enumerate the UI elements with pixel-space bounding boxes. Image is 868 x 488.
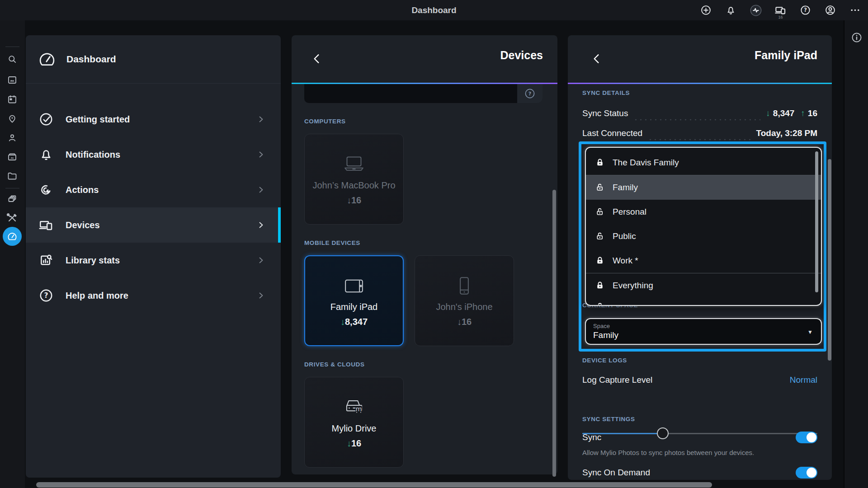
down-arrow-icon: ↓ xyxy=(347,195,351,206)
sync-toggle-row: Sync xyxy=(582,429,817,446)
rail-tools-button[interactable] xyxy=(7,212,18,223)
chevron-right-icon xyxy=(255,255,266,266)
dropdown-option-label: Work * xyxy=(613,256,638,266)
dropdown-option-label: Public xyxy=(613,231,636,241)
lock-open-icon xyxy=(595,231,605,241)
svg-text:?: ? xyxy=(528,90,532,97)
topbar-icons: 16 ? xyxy=(697,0,864,20)
log-capture-level-value: Normal xyxy=(790,375,817,385)
phone-icon xyxy=(450,275,478,297)
device-card-name: John’s MacBook Pro xyxy=(312,180,395,191)
section-label-sync-details: SYNC DETAILS xyxy=(582,89,630,96)
log-capture-level-row: Log Capture Level Normal xyxy=(582,372,817,388)
header-gradient-line xyxy=(568,83,832,84)
dropdown-option-public[interactable]: Public xyxy=(586,224,821,249)
dropdown-option-the-davis-family[interactable]: The Davis Family xyxy=(586,150,821,175)
device-card-family-ipad[interactable]: Family iPad ↓8,347 xyxy=(304,255,404,346)
devices-button[interactable]: 16 xyxy=(771,0,790,20)
more-button[interactable] xyxy=(846,0,864,20)
account-button[interactable] xyxy=(821,0,840,20)
menu-label: Help and more xyxy=(66,291,244,301)
detail-panel-scrollbar[interactable] xyxy=(828,159,831,361)
right-edge-strip xyxy=(844,20,868,488)
device-card-count: ↓16 xyxy=(347,438,361,449)
help-button[interactable]: ? xyxy=(796,0,815,20)
rail-albums-button[interactable] xyxy=(7,151,18,162)
menu-item-help-and-more[interactable]: ? Help and more xyxy=(26,278,281,313)
dashboard-icon xyxy=(7,231,17,241)
section-label-computers: COMPUTERS xyxy=(304,118,346,125)
device-detail-panel: Family iPad SYNC DETAILS Sync Status ↓ 8… xyxy=(568,35,832,480)
rail-search-button[interactable] xyxy=(7,54,18,65)
help-icon: ? xyxy=(38,288,54,303)
sync-up-count: 16 xyxy=(808,108,817,118)
albums-icon xyxy=(7,151,18,162)
sync-toggle[interactable] xyxy=(796,432,817,443)
info-button[interactable] xyxy=(851,32,863,43)
tablet-icon xyxy=(340,275,368,297)
sync-toggle-label: Sync xyxy=(582,432,601,442)
last-connected-value: Today, 3:28 PM xyxy=(756,128,818,138)
menu-label: Library stats xyxy=(66,255,244,266)
device-card-name: Family iPad xyxy=(330,302,377,312)
space-dropdown-menu: The Davis Family Family Personal Public xyxy=(585,147,822,306)
topbar: Dashboard 16 ? xyxy=(0,0,868,20)
rail-spaces-button[interactable] xyxy=(7,193,18,204)
rail-divider xyxy=(5,188,19,188)
rail-folders-button[interactable] xyxy=(7,170,18,181)
dropdown-scrollbar[interactable] xyxy=(815,151,818,292)
menu-item-library-stats[interactable]: Library stats xyxy=(26,243,281,278)
caret-down-icon: ▼ xyxy=(807,329,813,335)
down-arrow-icon: ↓ xyxy=(766,108,770,118)
device-card-macbook[interactable]: John’s MacBook Pro ↓16 xyxy=(304,134,404,225)
search-help-icon[interactable]: ? xyxy=(517,88,542,99)
dropdown-option-label: The Davis Family xyxy=(613,158,679,168)
chevron-right-icon xyxy=(255,149,266,160)
log-capture-level-label: Log Capture Level xyxy=(582,375,652,385)
layers-icon xyxy=(7,193,18,204)
down-arrow-icon: ↓ xyxy=(457,317,462,327)
dashboard-gauge-icon xyxy=(38,51,56,68)
rail-divider xyxy=(5,47,19,47)
rail-photos-button[interactable] xyxy=(7,75,18,85)
menu-label: Devices xyxy=(66,220,244,230)
rail-people-button[interactable] xyxy=(7,132,18,143)
horizontal-scrollbar-thumb[interactable] xyxy=(36,482,712,488)
menu-item-devices[interactable]: Devices xyxy=(26,207,281,243)
detail-panel-header: Family iPad xyxy=(568,35,832,83)
device-card-name: Mylio Drive xyxy=(332,423,377,434)
menu-item-actions[interactable]: Actions xyxy=(26,172,281,207)
rail-calendar-button[interactable] xyxy=(7,94,18,105)
devices-panel-scrollbar[interactable] xyxy=(552,190,556,477)
chevron-right-icon xyxy=(255,290,266,301)
space-select[interactable]: Space Family ▼ xyxy=(585,318,822,345)
down-arrow-icon: ↓ xyxy=(347,438,351,449)
dropdown-option-everything[interactable]: Everything xyxy=(586,273,821,298)
device-search-input[interactable] xyxy=(304,84,517,103)
dropdown-option-family[interactable]: Family xyxy=(586,175,821,200)
back-button[interactable] xyxy=(590,52,604,66)
toggle-knob xyxy=(807,468,816,478)
back-button[interactable] xyxy=(310,52,324,66)
bell-icon xyxy=(38,147,54,162)
add-button[interactable] xyxy=(697,0,715,20)
calendar-icon xyxy=(7,94,18,105)
lock-closed-icon xyxy=(595,302,605,305)
lock-open-icon xyxy=(595,183,605,192)
dropdown-option-work[interactable]: Work * xyxy=(586,249,821,273)
rail-map-button[interactable] xyxy=(7,113,18,124)
menu-item-notifications[interactable]: Notifications xyxy=(26,137,281,172)
rail-dashboard-button[interactable] xyxy=(3,227,22,246)
help-icon: ? xyxy=(800,5,811,16)
notifications-button[interactable] xyxy=(722,0,740,20)
activity-button[interactable] xyxy=(746,0,765,20)
devices-icon xyxy=(774,4,787,16)
sync-on-demand-toggle[interactable] xyxy=(796,467,817,479)
menu-item-getting-started[interactable]: Getting started xyxy=(26,102,281,137)
dropdown-option-personal[interactable]: Personal xyxy=(586,200,821,224)
space-select-value: Family xyxy=(593,330,814,340)
lock-open-icon xyxy=(595,207,605,217)
device-card-johns-iphone[interactable]: John's iPhone ↓16 xyxy=(415,255,514,346)
up-arrow-icon: ↑ xyxy=(801,108,805,118)
device-card-mylio-drive[interactable]: m Mylio Drive ↓16 xyxy=(304,377,404,468)
